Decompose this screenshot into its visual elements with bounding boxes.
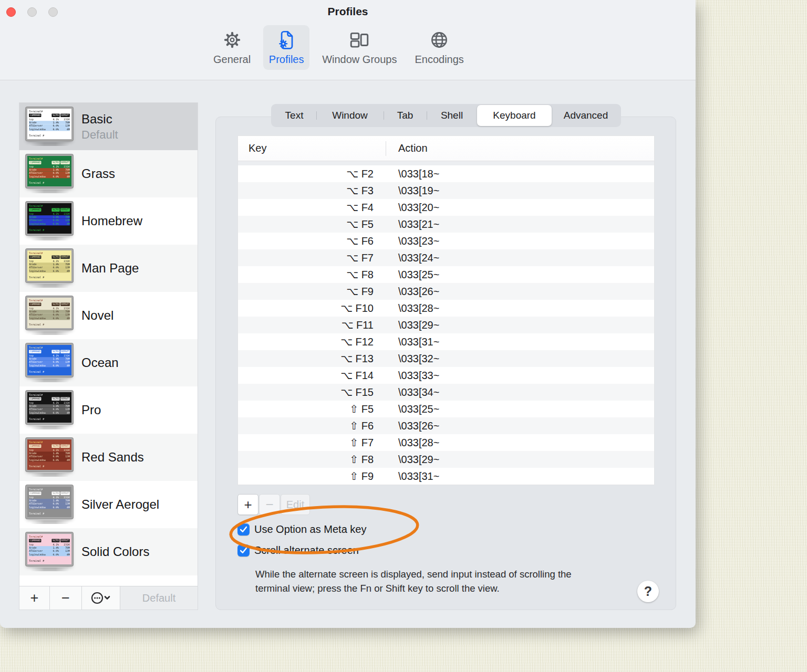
column-header-key[interactable]: Key: [238, 142, 386, 154]
action-cell: \033[31~: [374, 336, 439, 348]
key-cell: ⌥ F9: [238, 285, 374, 298]
toolbar-label-encodings: Encodings: [415, 54, 463, 66]
desktop-background: Profiles: [0, 0, 807, 672]
window-chrome: Profiles: [0, 0, 696, 80]
action-cell: \033[26~: [374, 286, 439, 298]
tab-window[interactable]: Window: [316, 105, 384, 126]
profile-name: Ocean: [81, 355, 119, 370]
profile-list-item[interactable]: Terminal# COMMAND %CPU RPRVT top4.1%231K…: [19, 150, 198, 197]
key-mapping-row[interactable]: ⌥ F11 \033[29~: [238, 317, 654, 333]
profile-list-item[interactable]: Terminal# COMMAND %CPU RPRVT top4.1%231K…: [19, 339, 198, 386]
key-cell: ⌥ F6: [238, 235, 374, 247]
set-default-button[interactable]: Default: [120, 586, 198, 610]
more-options-button[interactable]: [82, 586, 120, 610]
checkbox-checked-icon[interactable]: [237, 523, 250, 536]
thumbnail-process-line: loginwindow0.0%4M: [29, 553, 70, 556]
tab-tab[interactable]: Tab: [384, 105, 427, 126]
key-mapping-row[interactable]: ⌥ F4 \033[20~: [238, 199, 654, 216]
gear-icon: [221, 28, 243, 51]
key-mapping-row[interactable]: ⌥ F2 \033[18~: [238, 165, 654, 182]
thumbnail-process-line: loginwindow0.0%4M: [29, 175, 70, 178]
tab-text[interactable]: Text: [272, 105, 316, 126]
option-scroll-alternate-screen[interactable]: Scroll alternate screen: [237, 544, 359, 556]
table-top-band: [238, 161, 654, 165]
toolbar-item-window-groups[interactable]: Window Groups: [317, 25, 402, 70]
edit-key-button[interactable]: Edit: [281, 494, 310, 515]
key-mapping-table: Key Action ⌥ F2 \033[18~ ⌥ F3 \033[19~ ⌥…: [237, 135, 655, 485]
profile-list-item[interactable]: Terminal# COMMAND %CPU RPRVT top4.1%231K…: [19, 103, 198, 150]
profile-list-item[interactable]: Terminal# COMMAND %CPU RPRVT top4.1%231K…: [19, 481, 198, 528]
thumbnail-reflection: [30, 331, 69, 335]
remove-profile-button[interactable]: −: [50, 586, 82, 610]
action-cell: \033[20~: [374, 202, 439, 214]
toolbar-item-general[interactable]: General: [208, 25, 256, 70]
settings-toolbar: General: [208, 25, 469, 70]
key-mapping-row[interactable]: ⌥ F13 \033[32~: [238, 350, 654, 367]
thumbnail-reflection: [30, 520, 69, 524]
profile-list-item[interactable]: Terminal# COMMAND %CPU RPRVT top4.1%231K…: [19, 245, 198, 292]
thumbnail-process-line: loginwindow0.0%4M: [29, 506, 70, 509]
add-key-button[interactable]: +: [237, 494, 258, 515]
key-mapping-row[interactable]: ⇧ F8 \033[29~: [238, 451, 654, 468]
key-mapping-row[interactable]: ⇧ F6 \033[26~: [238, 417, 654, 434]
action-cell: \033[28~: [374, 302, 439, 314]
alternate-screen-help-text: While the alternate screen is displayed,…: [255, 567, 618, 595]
profile-thumbnail: Terminal# COMMAND %CPU RPRVT top4.1%231K…: [26, 485, 74, 524]
profile-document-icon: [275, 28, 297, 51]
table-header: Key Action: [238, 136, 654, 161]
profile-list-item[interactable]: Terminal# COMMAND %CPU RPRVT top4.1%231K…: [19, 197, 198, 245]
thumbnail-reflection: [30, 237, 69, 240]
key-cell: ⇧ F7: [238, 436, 374, 449]
profile-list-item[interactable]: Terminal# COMMAND %CPU RPRVT top4.1%231K…: [19, 528, 198, 575]
key-cell: ⌥ F13: [238, 352, 374, 365]
add-profile-button[interactable]: +: [19, 586, 50, 610]
profile-name: Pro: [81, 403, 101, 417]
key-cell: ⇧ F9: [238, 470, 374, 482]
tab-keyboard[interactable]: Keyboard: [477, 105, 552, 126]
tab-shell[interactable]: Shell: [427, 105, 477, 126]
action-cell: \033[31~: [374, 470, 439, 482]
key-mapping-row[interactable]: ⌥ F8 \033[25~: [238, 266, 654, 283]
key-mapping-row[interactable]: ⌥ F14 \033[33~: [238, 367, 654, 384]
window-title: Profiles: [0, 5, 696, 18]
profile-name: Novel: [81, 308, 113, 323]
key-mapping-row[interactable]: ⌥ F6 \033[23~: [238, 233, 654, 249]
key-mapping-row[interactable]: ⇧ F9 \033[31~: [238, 468, 654, 485]
key-mapping-row[interactable]: ⇧ F5 \033[25~: [238, 401, 654, 417]
checkbox-checked-icon[interactable]: [237, 544, 250, 556]
option-use-option-as-meta[interactable]: Use Option as Meta key: [237, 523, 366, 536]
profile-name: Silver Aerogel: [81, 497, 159, 512]
key-mapping-row[interactable]: ⌥ F3 \033[19~: [238, 182, 654, 199]
column-header-action[interactable]: Action: [386, 142, 428, 154]
key-mapping-row[interactable]: ⌥ F10 \033[28~: [238, 300, 654, 317]
help-button[interactable]: ?: [637, 581, 659, 602]
tab-advanced[interactable]: Advanced: [552, 105, 620, 126]
remove-key-button[interactable]: −: [259, 494, 280, 515]
toolbar-item-encodings[interactable]: Encodings: [409, 25, 469, 70]
key-mapping-row[interactable]: ⌥ F5 \033[21~: [238, 216, 654, 233]
toolbar-label-window-groups: Window Groups: [322, 54, 397, 66]
toolbar-item-profiles[interactable]: Profiles: [263, 25, 309, 70]
thumbnail-process-line: loginwindow0.0%4M: [29, 222, 70, 225]
window-groups-icon: [348, 28, 370, 51]
key-cell: ⌥ F15: [238, 386, 374, 398]
profile-thumbnail: Terminal# COMMAND %CPU RPRVT top4.1%231K…: [26, 202, 74, 240]
profile-list-item[interactable]: Terminal# COMMAND %CPU RPRVT top4.1%231K…: [19, 292, 198, 339]
profile-name: Solid Colors: [81, 544, 149, 559]
toolbar-label-profiles: Profiles: [269, 54, 304, 66]
key-cell: ⌥ F3: [238, 184, 374, 197]
key-mapping-row[interactable]: ⌥ F12 \033[31~: [238, 333, 654, 350]
profile-list-item[interactable]: Terminal# COMMAND %CPU RPRVT top4.1%231K…: [19, 386, 198, 434]
key-mapping-row[interactable]: ⇧ F7 \033[28~: [238, 434, 654, 451]
key-cell: ⌥ F2: [238, 167, 374, 180]
profile-list-item[interactable]: Terminal# COMMAND %CPU RPRVT top4.1%231K…: [19, 434, 198, 481]
thumbnail-reflection: [30, 379, 69, 382]
thumbnail-process-line: loginwindow0.0%4M: [29, 364, 70, 367]
key-mapping-row[interactable]: ⌥ F15 \033[34~: [238, 384, 654, 401]
action-cell: \033[34~: [374, 386, 439, 398]
column-divider: [386, 141, 386, 156]
key-mapping-row[interactable]: ⌥ F9 \033[26~: [238, 283, 654, 300]
sidebar-footer: + − Default: [19, 586, 198, 610]
key-mapping-row[interactable]: ⌥ F7 \033[24~: [238, 249, 654, 266]
thumbnail-reflection: [30, 284, 69, 288]
